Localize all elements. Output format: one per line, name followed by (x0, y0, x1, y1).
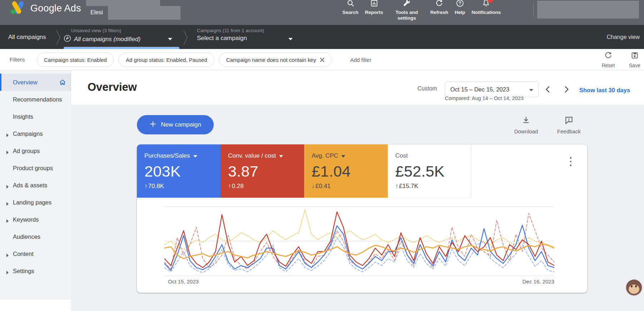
scorecard-delta: £15.7K (399, 183, 418, 190)
arrow-down-icon: ↓ (312, 183, 315, 190)
chevron-down-icon[interactable] (341, 152, 345, 159)
sidebar-item-product-groups[interactable]: Product groups (0, 159, 71, 177)
next-period-button[interactable] (561, 85, 571, 95)
scorecard-avg-cpc[interactable]: Avg. CPC£1.04↓£0.41 (304, 144, 388, 198)
topbar-reports-button[interactable]: Reports (365, 0, 383, 15)
scorecard-metric-label: Avg. CPC (312, 152, 338, 159)
series-avg-cpc-compared-period (164, 210, 554, 250)
sidebar-item-label: Campaigns (13, 130, 43, 137)
sidebar-item-audiences[interactable]: Audiences (0, 228, 71, 245)
topbar-item-label: Reports (365, 10, 383, 15)
topbar-refresh-button[interactable]: Refresh (430, 0, 448, 15)
plus-icon (149, 120, 157, 129)
redacted-account-info (537, 1, 639, 19)
previous-period-button[interactable] (544, 85, 553, 95)
new-campaign-label: New campaign (161, 121, 201, 128)
scorecard-metric-label: Purchases/Sales (144, 152, 190, 159)
close-icon[interactable] (319, 57, 325, 63)
help-icon: ? (456, 0, 464, 8)
avatar[interactable] (626, 280, 642, 295)
scorecard-metric-label: Conv. value / cost (228, 152, 276, 159)
filter-chip-ad-group-status-enabled-paused[interactable]: Ad group status: Enabled, Paused (119, 53, 214, 67)
sidebar-item-campaigns[interactable]: Campaigns (0, 125, 71, 142)
change-view-button[interactable]: Change view (607, 25, 640, 49)
breadcrumb-all-campaigns[interactable]: All campaigns (8, 25, 46, 49)
scorecards: Purchases/Sales203K↑70.8KConv. value / c… (137, 144, 471, 198)
topbar-item-label: Search (342, 10, 358, 15)
avatar-face (629, 285, 639, 294)
overview-chart[interactable] (164, 206, 554, 276)
sidebar-item-label: Overview (13, 79, 38, 86)
topbar-notifications-button[interactable]: Notifications (472, 0, 501, 15)
breadcrumb-separator-icon (183, 30, 188, 47)
breadcrumb-separator-icon (56, 30, 61, 47)
sidebar-item-label: Content (13, 251, 34, 257)
sidebar-item-ad-groups[interactable]: Ad groups (0, 142, 71, 159)
view-selector[interactable]: Unsaved view (3 filters) All campaigns (… (64, 28, 179, 44)
chevron-right-icon (6, 183, 9, 190)
svg-text:?: ? (459, 1, 461, 6)
scorecard-value: £52.5K (395, 163, 471, 180)
sidebar-item-label: Landing pages (13, 199, 51, 206)
filter-chip-campaign-status-enabled[interactable]: Campaign status: Enabled (37, 53, 114, 67)
tools-icon (402, 0, 411, 8)
sidebar-item-ads-assets[interactable]: Ads & assets (0, 177, 71, 194)
filter-chip-campaign-name-does-not-contain[interactable]: Campaign name does not contain key (219, 53, 332, 67)
campaign-selector-sublabel: Campaigns (11 from 1 account) (197, 28, 297, 33)
filter-chip-label: Ad group status: Enabled, Paused (126, 57, 207, 63)
reset-label: Reset (602, 63, 615, 68)
save-icon (630, 51, 639, 61)
date-mode-label: Custom (417, 85, 437, 92)
topbar-divider (533, 3, 534, 17)
refresh-icon (435, 0, 444, 8)
topbar-item-label: Tools and settings (390, 10, 424, 21)
download-button[interactable]: Download (510, 115, 542, 134)
chevron-down-icon (168, 36, 172, 42)
sidebar-item-content[interactable]: Content (0, 245, 71, 262)
sidebar-item-label: Settings (13, 268, 34, 275)
arrow-up-icon: ↑ (395, 183, 398, 190)
new-campaign-button[interactable]: New campaign (137, 115, 214, 134)
sidebar-item-keywords[interactable]: Keywords (0, 211, 71, 228)
notification-badge (487, 0, 493, 3)
filter-chips: Campaign status: EnabledAd group status:… (37, 53, 332, 67)
sidebar-item-overview[interactable]: Overview (0, 74, 71, 91)
scorecard-cost[interactable]: Cost£52.5K↑£15.7K (388, 144, 471, 198)
topbar-search-button[interactable]: Search (342, 0, 358, 15)
campaign-selector[interactable]: Campaigns (11 from 1 account) Select a c… (197, 28, 297, 42)
wrench-circle-icon (64, 35, 71, 44)
scorecard-conv-value-cost[interactable]: Conv. value / cost3.87↑0.28 (221, 144, 304, 198)
chevron-down-icon[interactable] (193, 152, 197, 159)
topbar-item-label: Refresh (430, 10, 448, 15)
download-icon (521, 115, 531, 126)
main-header: Overview Custom Oct 15 – Dec 15, 2023 Sh… (71, 70, 644, 105)
topbar-help-button[interactable]: ?Help (455, 0, 465, 15)
navigation-bar: All campaigns Unsaved view (3 filters) A… (0, 25, 644, 49)
sidebar-item-landing-pages[interactable]: Landing pages (0, 194, 71, 211)
arrow-up-icon: ↑ (228, 183, 231, 190)
redacted-account-info (86, 0, 160, 6)
scorecard-purchases-sales[interactable]: Purchases/Sales203K↑70.8K (137, 144, 221, 198)
sidebar-item-settings[interactable]: Settings (0, 262, 71, 280)
chevron-down-icon (529, 86, 533, 93)
topbar-tools-and-settings-button[interactable]: Tools and settings (390, 0, 424, 21)
save-label: Save (629, 63, 640, 68)
chevron-right-icon (6, 132, 9, 139)
scorecard-value: 203K (144, 163, 221, 180)
filter-chip-label: Campaign status: Enabled (44, 57, 107, 63)
chevron-down-icon[interactable] (279, 152, 283, 159)
add-filter-button[interactable]: Add filter (350, 49, 371, 70)
save-filters-button[interactable]: Save (624, 51, 644, 68)
sidebar-item-insights[interactable]: Insights (0, 108, 71, 125)
sidebar-item-recommendations[interactable]: Recommendations (0, 91, 71, 108)
google-ads-logo[interactable]: Google Ads (10, 1, 81, 16)
show-last-30-days-link[interactable]: Show last 30 days (579, 87, 630, 94)
x-axis-start-label: Oct 15, 2023 (168, 278, 199, 285)
feedback-button[interactable]: Feedback (553, 115, 585, 134)
card-menu-button[interactable] (567, 154, 574, 169)
date-range-picker[interactable]: Oct 15 – Dec 15, 2023 (445, 82, 539, 97)
redacted-account-info (108, 6, 180, 20)
reset-filters-button[interactable]: Reset (598, 51, 619, 68)
chevron-right-icon (6, 252, 9, 259)
chevron-right-icon (6, 201, 9, 207)
